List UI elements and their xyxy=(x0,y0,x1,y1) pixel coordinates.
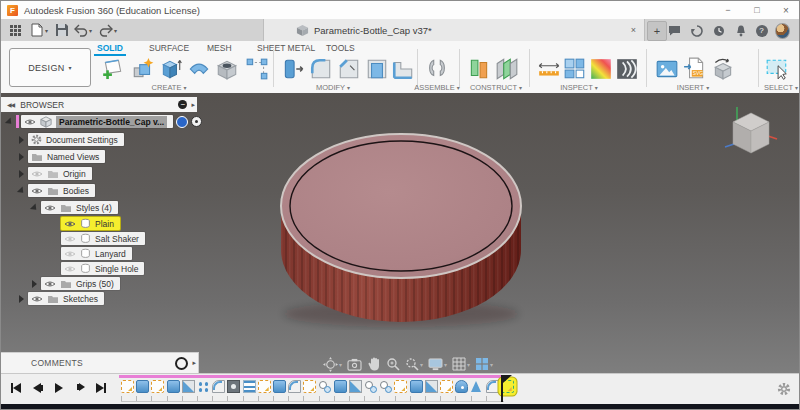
tab-solid[interactable]: SOLID xyxy=(94,41,126,56)
construct-plane-icon[interactable] xyxy=(467,57,491,81)
tree-label[interactable]: Sketches xyxy=(63,294,98,304)
tree-label[interactable]: Plain xyxy=(95,219,114,229)
timeline-feature-sketch[interactable] xyxy=(258,380,271,393)
insert-group-label[interactable]: INSERT▾ xyxy=(677,83,709,92)
revolve-icon[interactable] xyxy=(187,57,211,81)
measure-icon[interactable] xyxy=(537,57,561,81)
browser-collapse-icon[interactable]: ◀◀ xyxy=(7,101,14,108)
tree-label[interactable]: Styles (4) xyxy=(76,203,112,213)
viewports-icon[interactable]: ▾ xyxy=(475,357,493,371)
timeline-step-back-button[interactable] xyxy=(33,383,43,393)
tree-row-origin[interactable]: Origin xyxy=(19,167,92,180)
visibility-eye-icon-dim[interactable] xyxy=(31,170,43,178)
curvature-map-icon[interactable] xyxy=(589,57,613,81)
tab-surface[interactable]: SURFACE xyxy=(146,41,192,54)
file-menu-icon[interactable] xyxy=(29,22,45,38)
tree-row-single-hole[interactable]: Single Hole xyxy=(61,262,144,275)
tree-label[interactable]: Grips (50) xyxy=(76,279,114,289)
help-icon[interactable]: ? xyxy=(754,23,769,38)
timeline-feature-mirror[interactable] xyxy=(470,380,483,393)
timeline-feature-extrude[interactable] xyxy=(167,380,180,393)
redo-icon[interactable] xyxy=(98,22,114,38)
visibility-eye-icon-dim[interactable] xyxy=(64,265,76,273)
tab-sheet-metal[interactable]: SHEET METAL xyxy=(254,41,318,54)
timeline-playhead[interactable] xyxy=(501,375,503,402)
timeline-settings-gear-icon[interactable] xyxy=(777,382,791,396)
design-workspace-button[interactable]: DESIGN▾ xyxy=(9,48,91,87)
modify-group-label[interactable]: MODIFY▾ xyxy=(316,83,350,92)
tree-label[interactable]: Document Settings xyxy=(46,135,118,145)
tree-row-bodies[interactable]: Bodies xyxy=(19,184,95,197)
expand-arrow[interactable] xyxy=(5,117,14,126)
undo-caret[interactable]: ▾ xyxy=(89,27,92,34)
browser-chevron-icon[interactable]: ▸ xyxy=(191,101,195,109)
orbit-icon[interactable]: ▾ xyxy=(323,357,342,372)
section-analysis-icon[interactable] xyxy=(563,57,587,81)
bottle-cap-model[interactable] xyxy=(269,126,533,336)
redo-caret[interactable]: ▾ xyxy=(114,27,117,34)
tree-label[interactable]: Bodies xyxy=(63,186,89,196)
notifications-bell-icon[interactable] xyxy=(733,23,748,38)
visibility-eye-icon[interactable] xyxy=(31,295,43,303)
tree-row-grips[interactable]: Grips (50) xyxy=(32,277,120,290)
assemble-group-label[interactable]: ASSEMBLE▾ xyxy=(414,83,459,92)
visibility-eye-icon[interactable] xyxy=(44,280,56,288)
tree-row-document-settings[interactable]: Document Settings xyxy=(19,133,124,146)
file-menu-caret[interactable]: ▾ xyxy=(45,27,48,34)
timeline-feature-chamfer[interactable] xyxy=(425,380,438,393)
close-button[interactable]: × xyxy=(773,1,799,19)
expand-arrow[interactable] xyxy=(19,153,24,161)
tree-label[interactable]: Named Views xyxy=(47,152,99,162)
app-grid-icon[interactable] xyxy=(7,22,23,38)
comment-icon[interactable] xyxy=(667,23,682,38)
create-sketch-icon[interactable] xyxy=(101,57,125,81)
undo-icon[interactable] xyxy=(73,22,89,38)
timeline-feature-hole[interactable] xyxy=(379,380,392,393)
document-tab[interactable]: Parametric-Bottle_Cap v37* × xyxy=(263,19,645,41)
select-group-label[interactable]: SELECT▾ xyxy=(764,83,798,92)
timeline-feature-revolve[interactable] xyxy=(455,380,468,393)
look-at-icon[interactable] xyxy=(347,358,362,371)
grid-settings-icon[interactable]: ▾ xyxy=(452,357,470,371)
timeline-feature-shell[interactable] xyxy=(227,380,240,393)
derive-icon[interactable] xyxy=(711,57,735,81)
timeline-feature-chamfer[interactable] xyxy=(349,380,362,393)
tree-row-named-views[interactable]: Named Views xyxy=(19,150,105,163)
inspect-group-label[interactable]: INSPECT▾ xyxy=(560,83,598,92)
tab-close-icon[interactable]: × xyxy=(631,25,636,35)
tree-row-plain[interactable]: Plain xyxy=(61,217,120,230)
select-icon[interactable] xyxy=(765,57,789,81)
rectangular-pattern-icon[interactable] xyxy=(245,57,269,81)
timeline-feature-sketch[interactable] xyxy=(303,380,316,393)
timeline-feature-chamfer[interactable] xyxy=(182,380,195,393)
expand-arrow[interactable] xyxy=(19,170,24,178)
timeline-step-forward-button[interactable] xyxy=(77,383,85,391)
timeline-feature-extrude[interactable] xyxy=(410,380,423,393)
hole-icon[interactable] xyxy=(215,57,239,81)
browser-remove-icon[interactable]: − xyxy=(178,100,187,109)
visibility-eye-icon[interactable] xyxy=(31,187,43,195)
tree-label[interactable]: Parametric-Bottle_Cap v... xyxy=(56,116,167,128)
timeline-feature-hole[interactable] xyxy=(318,380,331,393)
timeline-feature-pattern[interactable] xyxy=(197,380,210,393)
timeline-feature-hole[interactable] xyxy=(364,380,377,393)
view-cube[interactable] xyxy=(719,101,783,165)
job-status-icon[interactable] xyxy=(689,23,704,38)
timeline-feature-coil[interactable] xyxy=(243,380,256,393)
tree-row-salt-shaker[interactable]: Salt Shaker xyxy=(61,232,145,245)
tree-row-sketches[interactable]: Sketches xyxy=(19,292,104,305)
visibility-eye-icon-dim[interactable] xyxy=(64,235,76,243)
timeline-feature-sketch[interactable] xyxy=(394,380,407,393)
timeline-feature-fillet[interactable] xyxy=(212,380,225,393)
tree-label[interactable]: Salt Shaker xyxy=(95,234,139,244)
timeline-feature-sketch[interactable] xyxy=(440,380,453,393)
visibility-eye-icon[interactable] xyxy=(64,220,76,228)
fillet-icon[interactable] xyxy=(309,57,333,81)
visibility-eye-icon[interactable] xyxy=(24,118,36,126)
zoom-icon[interactable] xyxy=(386,357,400,371)
collaborator-badge-icon[interactable] xyxy=(176,116,188,128)
timeline-feature-sketch[interactable] xyxy=(151,380,164,393)
save-icon[interactable] xyxy=(54,22,70,38)
activate-component-icon[interactable] xyxy=(191,116,202,127)
visibility-eye-icon[interactable] xyxy=(44,204,56,212)
